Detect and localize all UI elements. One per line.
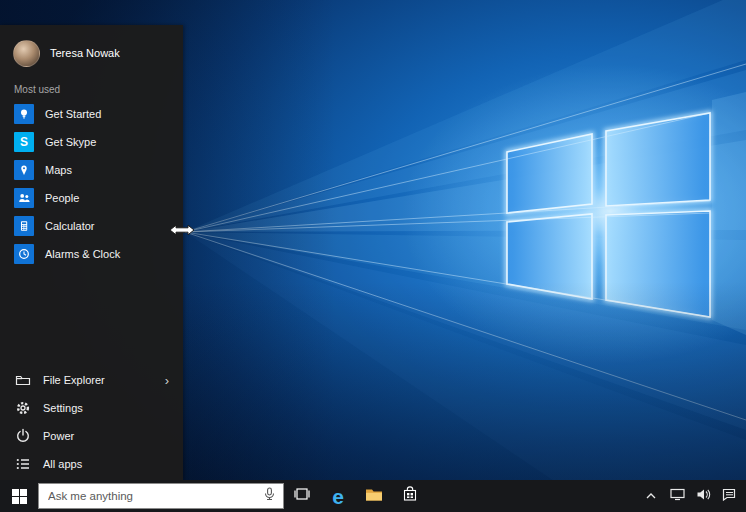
map-pin-icon	[14, 160, 34, 180]
menu-item-label: All apps	[43, 458, 82, 470]
taskbar: e	[0, 480, 746, 512]
edge-icon: e	[332, 486, 344, 507]
store-bag-icon	[402, 486, 418, 506]
start-button[interactable]	[0, 480, 38, 512]
menu-item-calculator[interactable]: Calculator	[0, 212, 183, 240]
network-icon	[670, 487, 685, 505]
file-explorer-button[interactable]	[356, 480, 392, 512]
task-view-icon	[293, 487, 311, 505]
chevron-right-icon[interactable]: ›	[165, 373, 169, 388]
menu-item-alarms-clock[interactable]: Alarms & Clock	[0, 240, 183, 268]
user-account-button[interactable]: Teresa Nowak	[0, 25, 183, 67]
search-input[interactable]	[48, 490, 257, 502]
taskbar-search-box[interactable]	[38, 483, 284, 509]
most-used-list: Get Started S Get Skype Maps People	[0, 100, 183, 268]
skype-icon: S	[14, 132, 34, 152]
clock-icon	[14, 244, 34, 264]
start-menu-bottom-list: File Explorer › Settings Power All a	[0, 366, 183, 478]
task-view-button[interactable]	[284, 480, 320, 512]
menu-item-label: Get Started	[45, 108, 101, 120]
folder-icon	[365, 487, 383, 506]
network-button[interactable]	[666, 480, 688, 512]
all-apps-icon	[15, 456, 31, 472]
windows-logo-icon	[11, 488, 27, 504]
user-name: Teresa Nowak	[50, 47, 120, 59]
action-center-icon	[722, 487, 736, 505]
windows-desktop: Teresa Nowak Most used Get Started S Get…	[0, 0, 746, 512]
menu-item-label: Calculator	[45, 220, 95, 232]
microphone-icon[interactable]	[263, 487, 276, 505]
start-menu: Teresa Nowak Most used Get Started S Get…	[0, 25, 183, 480]
menu-item-get-started[interactable]: Get Started	[0, 100, 183, 128]
edge-browser-button[interactable]: e	[320, 480, 356, 512]
people-icon	[14, 188, 34, 208]
get-started-lightbulb-icon	[14, 104, 34, 124]
calculator-icon	[14, 216, 34, 236]
menu-item-label: Maps	[45, 164, 72, 176]
menu-item-label: Get Skype	[45, 136, 96, 148]
menu-item-label: Alarms & Clock	[45, 248, 120, 260]
menu-item-maps[interactable]: Maps	[0, 156, 183, 184]
menu-item-people[interactable]: People	[0, 184, 183, 212]
user-avatar	[13, 40, 40, 67]
store-button[interactable]	[392, 480, 428, 512]
menu-item-power[interactable]: Power	[0, 422, 183, 450]
speaker-icon	[696, 487, 711, 505]
menu-item-label: Power	[43, 430, 74, 442]
folder-icon	[15, 372, 31, 388]
menu-item-label: File Explorer	[43, 374, 105, 386]
menu-item-label: Settings	[43, 402, 83, 414]
power-icon	[15, 428, 31, 444]
show-hidden-icons-button[interactable]	[640, 480, 662, 512]
menu-item-label: People	[45, 192, 79, 204]
menu-item-get-skype[interactable]: S Get Skype	[0, 128, 183, 156]
menu-item-all-apps[interactable]: All apps	[0, 450, 183, 478]
menu-item-settings[interactable]: Settings	[0, 394, 183, 422]
start-menu-spacer	[0, 268, 183, 366]
volume-button[interactable]	[692, 480, 714, 512]
system-tray	[640, 480, 746, 512]
horizontal-resize-cursor	[169, 223, 195, 241]
action-center-button[interactable]	[718, 480, 740, 512]
chevron-up-icon	[645, 487, 657, 505]
gear-icon	[15, 400, 31, 416]
menu-item-file-explorer[interactable]: File Explorer ›	[0, 366, 183, 394]
most-used-label: Most used	[14, 84, 183, 95]
